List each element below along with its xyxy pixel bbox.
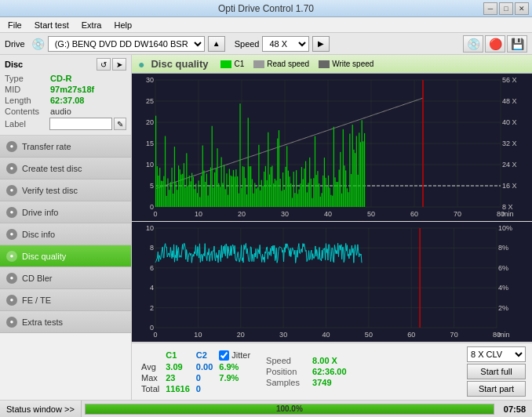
stats-avg-label: Avg <box>138 361 162 372</box>
disc-quality-header: ● Disc quality C1 Read speed Write speed <box>132 55 532 74</box>
status-time: 07:58 <box>497 404 532 414</box>
disc-panel-header: Disc ↺ ➤ <box>5 58 126 71</box>
menu-extra[interactable]: Extra <box>77 19 107 31</box>
toolbar-icons: 💿 🔴 💾 <box>463 35 527 53</box>
disc-length-row: Length 62:37.08 <box>5 96 126 105</box>
disc-type-row: Type CD-R <box>5 74 126 83</box>
sidebar: Disc ↺ ➤ Type CD-R MID 97m27s18f Length … <box>0 55 132 400</box>
transfer-rate-label: Transfer rate <box>22 142 71 151</box>
sidebar-item-extra-tests[interactable]: ● Extra tests <box>0 311 131 333</box>
chart1-canvas <box>132 74 532 221</box>
drivebar: Drive 💿 (G:) BENQ DVD DD DW1640 BSRB ▲ S… <box>0 33 532 55</box>
statusbar: Status window >> 100.0% 07:58 <box>0 400 532 417</box>
disc-contents-value: audio <box>50 107 71 116</box>
disc-contents-row: Contents audio <box>5 107 126 116</box>
samples-value: 3749 <box>312 378 331 387</box>
fe-te-icon: ● <box>6 295 17 306</box>
drive-eject-btn[interactable]: ▲ <box>208 36 225 52</box>
disc-contents-label: Contents <box>5 107 50 116</box>
disc-quality-header-icon: ● <box>138 58 144 71</box>
speed-value-stat: 8.00 X <box>312 356 337 365</box>
menu-start-test[interactable]: Start test <box>30 19 74 31</box>
close-btn[interactable]: ✕ <box>515 2 529 15</box>
stats-avg-jitter: 6.9% <box>216 361 253 372</box>
disc-refresh-btn[interactable]: ↺ <box>97 58 111 71</box>
stats-col-c2: C2 <box>193 350 216 361</box>
speed-label: Speed <box>235 39 260 49</box>
disc-arrow-btn[interactable]: ➤ <box>112 58 126 71</box>
charts-area <box>132 74 532 343</box>
disc-type-label: Type <box>5 74 50 83</box>
disc-label-edit-btn[interactable]: ✎ <box>114 118 126 130</box>
sidebar-item-transfer-rate[interactable]: ● Transfer rate <box>0 136 131 158</box>
stats-col-blank <box>138 350 162 361</box>
drive-select[interactable]: (G:) BENQ DVD DD DW1640 BSRB <box>48 36 205 52</box>
sidebar-item-cd-bler[interactable]: ● CD Bler <box>0 267 131 289</box>
window-controls: ─ □ ✕ <box>483 2 529 15</box>
disc-panel: Disc ↺ ➤ Type CD-R MID 97m27s18f Length … <box>0 55 131 136</box>
clv-select[interactable]: 8 X CLV 16 X CLV 24 X CLV <box>467 346 526 362</box>
create-test-disc-icon: ● <box>6 163 17 174</box>
disc-icon-btn[interactable]: 💿 <box>463 35 483 53</box>
disc-label-label: Label <box>5 119 49 129</box>
sidebar-item-verify-test-disc[interactable]: ● Verify test disc <box>0 179 131 201</box>
legend-write-speed-color <box>319 60 330 68</box>
create-test-disc-label: Create test disc <box>22 164 82 173</box>
legend-read-speed: Read speed <box>253 60 309 68</box>
sidebar-item-fe-te[interactable]: ● FE / TE <box>0 289 131 311</box>
speed-info: Speed 8.00 X Position 62:36.00 Samples 3… <box>266 356 346 387</box>
sidebar-nav: ● Transfer rate ● Create test disc ● Ver… <box>0 136 131 400</box>
chart2-container <box>132 222 532 343</box>
disc-panel-icons: ↺ ➤ <box>97 58 126 71</box>
sidebar-item-disc-info[interactable]: ● Disc info <box>0 223 131 245</box>
sidebar-item-disc-quality[interactable]: ● Disc quality <box>0 245 131 267</box>
start-part-btn[interactable]: Start part <box>467 381 526 397</box>
cd-bler-icon: ● <box>6 273 17 284</box>
jitter-checkbox[interactable] <box>219 350 229 361</box>
main-area: Disc ↺ ➤ Type CD-R MID 97m27s18f Length … <box>0 55 532 400</box>
disc-mid-label: MID <box>5 85 50 94</box>
legend-c1-color <box>220 60 231 68</box>
speed-select[interactable]: 48 X <box>262 36 309 52</box>
disc-type-value: CD-R <box>50 74 72 83</box>
disc-label-input[interactable] <box>49 118 112 130</box>
speed-row: Speed 8.00 X <box>266 356 346 365</box>
speed-label-stat: Speed <box>266 356 309 365</box>
app-title: Opti Drive Control 1.70 <box>218 3 314 14</box>
erase-icon-btn[interactable]: 🔴 <box>485 35 505 53</box>
disc-panel-title: Disc <box>5 60 23 69</box>
stats-jitter-check-cell: Jitter <box>216 350 253 361</box>
menu-help[interactable]: Help <box>109 19 137 31</box>
stats-total-label: Total <box>138 383 162 394</box>
legend-read-speed-label: Read speed <box>267 60 309 68</box>
menu-file[interactable]: File <box>3 19 27 31</box>
minimize-btn[interactable]: ─ <box>483 2 497 15</box>
stats-max-c1: 23 <box>162 372 193 383</box>
titlebar: Opti Drive Control 1.70 ─ □ ✕ <box>0 0 532 17</box>
disc-mid-row: MID 97m27s18f <box>5 85 126 94</box>
save-icon-btn[interactable]: 💾 <box>507 35 527 53</box>
stats-max-jitter: 7.9% <box>216 372 253 383</box>
right-controls: 8 X CLV 16 X CLV 24 X CLV Start full Sta… <box>467 346 526 397</box>
chart2-canvas <box>132 222 532 342</box>
extra-tests-icon: ● <box>6 317 17 328</box>
status-window-btn[interactable]: Status window >> <box>0 401 82 417</box>
stats-total-c2: 0 <box>193 383 216 394</box>
sidebar-item-create-test-disc[interactable]: ● Create test disc <box>0 158 131 179</box>
maximize-btn[interactable]: □ <box>499 2 513 15</box>
speed-go-btn[interactable]: ▶ <box>312 36 330 52</box>
extra-tests-label: Extra tests <box>22 317 63 327</box>
legend-c1-label: C1 <box>234 60 244 68</box>
stats-total-c1: 11616 <box>162 383 193 394</box>
disc-length-value: 62:37.08 <box>50 96 84 105</box>
legend-write-speed: Write speed <box>319 60 373 68</box>
stats-bar: C1 C2 Jitter Avg 3.09 0.00 6.9% <box>132 343 532 400</box>
disc-quality-title: Disc quality <box>151 58 208 70</box>
sidebar-item-drive-info[interactable]: ● Drive info <box>0 201 131 223</box>
jitter-label-container: Jitter <box>219 350 250 361</box>
transfer-rate-icon: ● <box>6 141 17 152</box>
stats-avg-c1: 3.09 <box>162 361 193 372</box>
start-full-btn[interactable]: Start full <box>467 364 526 379</box>
legend-write-speed-label: Write speed <box>332 60 373 68</box>
stats-max-c2: 0 <box>193 372 216 383</box>
